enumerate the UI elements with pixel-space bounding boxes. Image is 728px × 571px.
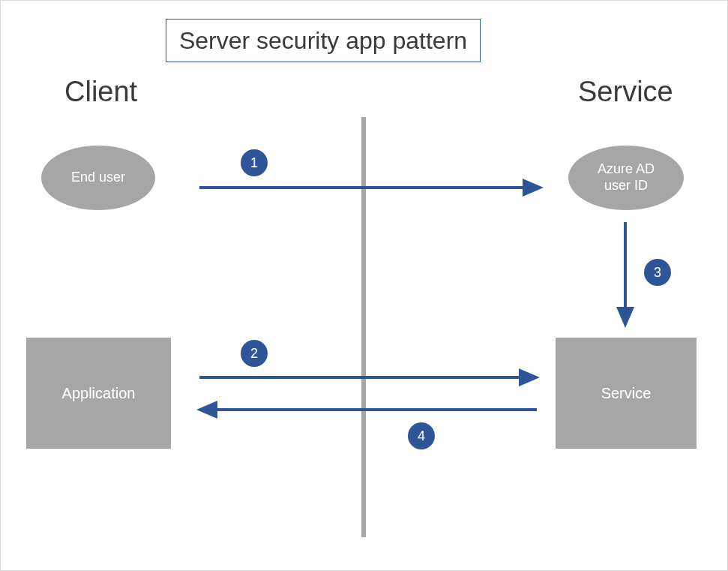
arrows-layer xyxy=(1,1,728,571)
step-badge-3: 3 xyxy=(644,259,671,286)
step-badge-1: 1 xyxy=(241,149,268,176)
step-badge-2: 2 xyxy=(241,340,268,367)
step-badge-4-label: 4 xyxy=(418,428,425,444)
step-badge-1-label: 1 xyxy=(250,155,258,171)
step-badge-4: 4 xyxy=(408,422,435,449)
step-badge-2-label: 2 xyxy=(250,346,258,362)
diagram-canvas: Server security app pattern Client Servi… xyxy=(0,0,728,571)
step-badge-3-label: 3 xyxy=(654,265,661,281)
